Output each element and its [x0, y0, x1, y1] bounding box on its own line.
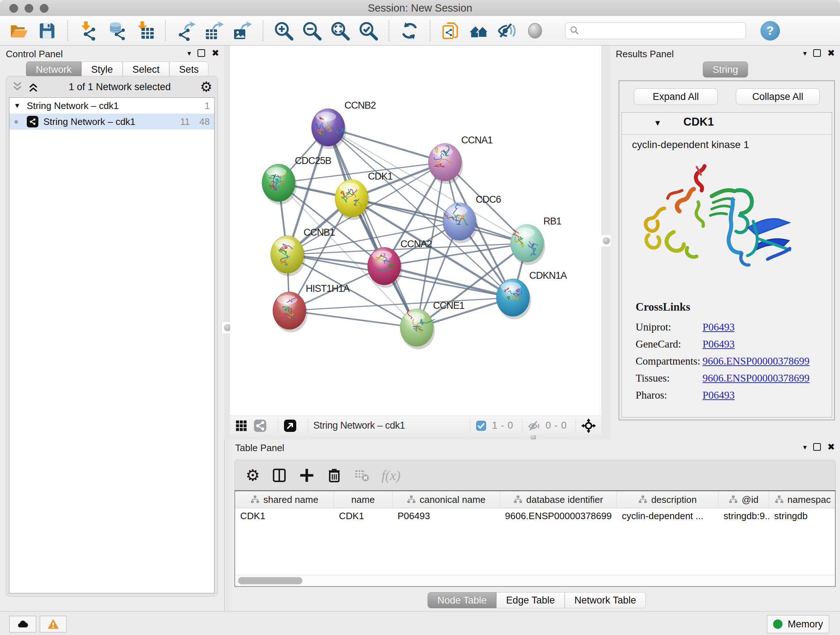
table-row[interactable]: CDK1CDK1P064939606.ENSP00000378699cyclin…	[235, 508, 835, 524]
tab-style[interactable]: Style	[81, 62, 123, 78]
node-HIST1H1A[interactable]	[273, 292, 308, 333]
zoom-fit-button[interactable]	[328, 19, 352, 42]
node-CDK1[interactable]	[335, 180, 370, 220]
selected-nodes-checkbox-icon[interactable]	[475, 420, 487, 432]
memory-button[interactable]: Memory	[767, 615, 829, 633]
column-header-canonical-name[interactable]: canonical name	[393, 491, 500, 508]
tab-select[interactable]: Select	[123, 62, 169, 78]
table-cell[interactable]: 9606.ENSP00000378699	[500, 508, 617, 524]
window-title: Session: New Session	[0, 2, 840, 14]
zoom-selected-button[interactable]	[357, 19, 380, 42]
control-panel-close-icon[interactable]: ✖	[212, 49, 219, 57]
zoom-out-button[interactable]	[300, 19, 324, 42]
grid-view-icon[interactable]	[235, 420, 248, 432]
import-table-button[interactable]	[133, 19, 156, 42]
crosslink-link[interactable]: 9606.ENSP00000378699	[703, 372, 810, 384]
fit-content-crosshair-icon[interactable]	[581, 418, 596, 433]
crosslink-link[interactable]: P06493	[703, 321, 735, 333]
expand-all-networks-icon[interactable]	[27, 81, 39, 93]
warnings-button[interactable]	[40, 616, 66, 632]
table-panel-close-icon[interactable]: ✖	[827, 442, 835, 451]
hide-graphics-details-button[interactable]	[496, 19, 519, 42]
table-cell[interactable]: P06493	[393, 508, 500, 524]
column-header-database-identifier[interactable]: database identifier	[500, 491, 617, 508]
collapse-all-networks-icon[interactable]	[11, 81, 24, 93]
control-panel-collapse-icon[interactable]: ▾	[187, 49, 191, 57]
node-CDKN1A[interactable]	[496, 279, 531, 319]
results-panel-close-icon[interactable]: ✖	[827, 49, 835, 57]
crosslink-link[interactable]: P06493	[703, 338, 735, 350]
tab-string[interactable]: String	[703, 62, 748, 78]
search-input[interactable]	[581, 25, 742, 36]
network-canvas[interactable]: CCNB2 CCNA1 CDC25B CDK1 CDC6 RB1 CCNB1 C…	[230, 46, 601, 416]
import-network-file-button[interactable]	[77, 19, 100, 42]
refresh-button[interactable]	[398, 19, 421, 42]
network-options-gear-icon[interactable]: ⚙	[200, 80, 212, 94]
column-header-description[interactable]: description	[617, 491, 718, 508]
cloud-button[interactable]	[9, 616, 36, 632]
table-cell[interactable]: cyclin-dependent ...	[617, 508, 718, 524]
node-label-CCNA1: CCNA1	[461, 135, 493, 146]
toolbar-divider	[430, 21, 431, 41]
tree-expand-icon[interactable]: ▼	[14, 102, 27, 110]
save-session-button[interactable]	[35, 19, 58, 42]
collapse-all-button[interactable]: Collapse All	[736, 88, 820, 105]
tab-sets[interactable]: Sets	[169, 62, 208, 78]
column-header-@id[interactable]: @id	[718, 491, 769, 508]
delete-column-icon[interactable]	[326, 467, 342, 483]
export-network-button[interactable]	[174, 19, 197, 42]
help-button[interactable]: ?	[760, 21, 780, 41]
zoom-in-button[interactable]	[272, 19, 295, 42]
tab-node-table[interactable]: Node Table	[428, 592, 496, 608]
search-box[interactable]	[565, 22, 746, 39]
open-session-button[interactable]	[7, 19, 30, 42]
table-hscrollbar-thumb[interactable]	[238, 577, 302, 584]
network-edge[interactable]	[352, 198, 527, 243]
node-CCNA1[interactable]	[428, 143, 463, 184]
network-edge[interactable]	[289, 310, 417, 328]
network-view-mode-icon[interactable]	[253, 419, 267, 432]
gene-section-caret-icon[interactable]: ▼	[654, 119, 662, 128]
network-current-bullet: ●	[14, 117, 27, 126]
network-collection-row[interactable]: ▼ String Network – cdk1 1	[9, 98, 214, 114]
table-gear-icon[interactable]: ⚙	[246, 467, 260, 483]
node-CDC25B[interactable]	[262, 164, 297, 204]
add-column-icon[interactable]	[299, 467, 315, 483]
show-columns-icon[interactable]	[271, 467, 287, 483]
table-panel-float-icon[interactable]	[813, 443, 821, 451]
table-cell[interactable]: CDK1	[235, 508, 334, 524]
results-panel-collapse-icon[interactable]: ▾	[803, 49, 807, 57]
crosslink-link[interactable]: 9606.ENSP00000378699	[703, 355, 810, 367]
results-panel-float-icon[interactable]	[813, 49, 821, 57]
table-cell[interactable]: stringdb	[769, 508, 836, 524]
import-network-database-button[interactable]	[105, 19, 128, 42]
table-panel-collapse-icon[interactable]: ▾	[803, 443, 807, 451]
export-table-button[interactable]	[202, 19, 226, 42]
network-edge[interactable]	[328, 127, 417, 328]
export-image-button[interactable]	[231, 19, 254, 42]
expand-all-button[interactable]: Expand All	[634, 88, 718, 105]
share-document-button[interactable]	[439, 19, 462, 42]
tab-edge-table[interactable]: Edge Table	[496, 592, 565, 608]
table-cell[interactable]: stringdb:9...	[718, 508, 769, 524]
control-panel-float-icon[interactable]	[197, 49, 205, 57]
column-header-namespac[interactable]: namespac	[769, 491, 836, 508]
birds-eye-view-icon[interactable]	[283, 419, 297, 432]
column-header-shared-name[interactable]: shared name	[235, 491, 334, 508]
left-splitter[interactable]	[224, 46, 230, 440]
bottom-splitter-handle[interactable]	[527, 435, 539, 440]
column-header-name[interactable]: name	[334, 491, 393, 508]
tab-network-table[interactable]: Network Table	[565, 592, 646, 608]
gene-section-header[interactable]: ▼ CDK1	[622, 112, 832, 135]
home-button[interactable]	[467, 19, 491, 42]
window-titlebar[interactable]: Session: New Session	[0, 0, 840, 16]
tab-network[interactable]: Network	[26, 62, 81, 78]
node-CCNB2[interactable]	[311, 109, 346, 149]
node-CCNE1[interactable]	[400, 309, 435, 349]
network-row[interactable]: ● String Network – cdk1 11 48	[9, 114, 214, 130]
table-hscrollbar[interactable]	[235, 575, 835, 586]
node-RB1[interactable]	[510, 225, 545, 265]
table-cell[interactable]: CDK1	[334, 508, 393, 524]
crosslink-link[interactable]: P06493	[703, 389, 735, 401]
show-graphics-details-button[interactable]	[524, 19, 547, 42]
